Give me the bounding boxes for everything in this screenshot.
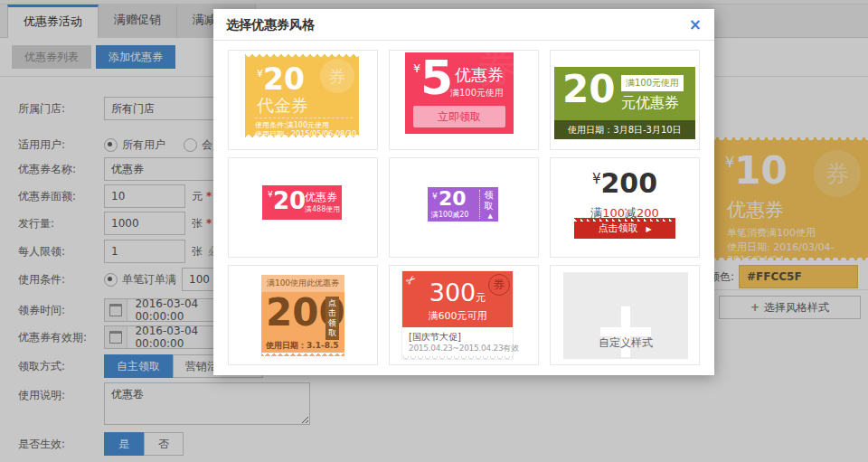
custom-style-label: 自定义样式 [563, 335, 688, 351]
modal-header: 选择优惠券风格 × [213, 9, 714, 41]
serrated-edge [261, 353, 344, 356]
coupon-watermark: 券 [320, 59, 354, 93]
coupon-title: [国庆节大促] [409, 331, 461, 344]
coupon-style-red[interactable]: ✂ 300元 满600元可用 券 [国庆节大促] 2015.04.23~2015… [389, 265, 539, 365]
dotted-separator [479, 190, 480, 219]
pink-coupon: ¥ 5 优惠券 满100元使用 立即领取 券 [405, 52, 514, 134]
orange-coupon: 满100使用此优惠券 200 点击领取 使用日期：3.1-8.5 [261, 275, 344, 356]
coupon-amount: 5 [420, 52, 453, 105]
coupon-style-mini-pink[interactable]: ¥ 20 优惠券 满488使用 [228, 157, 378, 258]
coupon-amount: ¥20 [257, 61, 305, 97]
coupon-amount: ¥200 [551, 167, 699, 199]
coupon-condition: 满488使用 [305, 204, 340, 214]
coupon-style-purple[interactable]: ¥ 20 满100减20 领取 ▲ [389, 157, 539, 258]
coupon-condition: 满600元可用 [402, 309, 513, 323]
serrated-edge [574, 218, 675, 222]
choose-coupon-style-modal: 选择优惠券风格 × ¥20 代金券 使用条件:满100元使用 使用日期：2015… [213, 9, 714, 375]
currency-symbol: ¥ [257, 68, 263, 80]
coupon-style-custom[interactable]: 自定义样式 [550, 265, 700, 365]
coupon-amount: 20 [273, 187, 306, 214]
coupon-watermark: 券 [476, 52, 514, 96]
coupon-style-green[interactable]: 20 满100元使用 元优惠券 使用日期：3月8日-3月10日 [550, 50, 700, 150]
scallop-edge [245, 54, 359, 59]
coupon-style-red-band[interactable]: ¥200 满100减200 点击领取▶ [550, 157, 700, 258]
coupon-name: 代金券 [257, 94, 308, 118]
currency-symbol: ¥ [268, 190, 273, 199]
coupon-style-yellow[interactable]: ¥20 代金券 使用条件:满100元使用 使用日期：2015/05/06-08/… [228, 50, 378, 150]
coupon-name: 优惠券 [305, 190, 337, 205]
red-coupon: ✂ 300元 满600元可用 券 [国庆节大促] 2015.04.23~2015… [401, 270, 514, 360]
coupon-stamp: 券 [488, 274, 510, 296]
coupon-date: 使用日期：2015/05/06-08/30 [255, 130, 353, 139]
modal-title: 选择优惠券风格 [226, 17, 315, 32]
arrow-right-icon: ▶ [646, 225, 651, 233]
coupon-condition: 使用条件:满100元使用 [255, 121, 353, 130]
coupon-style-grid: ¥20 代金券 使用条件:满100元使用 使用日期：2015/05/06-08/… [228, 50, 700, 365]
coupon-condition: 满100减20 [431, 210, 468, 220]
click-to-claim-button[interactable]: 点击领取 [326, 297, 339, 340]
wavy-edge [402, 356, 513, 360]
coupon-condition: 满100元使用 [621, 75, 684, 91]
coupon-info: 使用条件:满100元使用 使用日期：2015/05/06-08/30 [255, 118, 353, 139]
close-icon[interactable]: × [689, 9, 702, 40]
coupon-admin-page: 优惠券活动 满赠促销 满减促销 优惠券列表 添加优惠券 所属门店: 适用用户: … [0, 0, 868, 462]
coupon-name: 元优惠券 [621, 94, 679, 113]
mini-pink-coupon: ¥ 20 优惠券 满488使用 [262, 185, 342, 220]
coupon-amount: 20 [562, 67, 615, 111]
claim-now-button[interactable]: 立即领取 [413, 106, 505, 127]
coupon-style-orange[interactable]: 满100使用此优惠券 200 点击领取 使用日期：3.1-8.5 [228, 265, 378, 365]
coupon-style-pink[interactable]: ¥ 5 优惠券 满100元使用 立即领取 券 [389, 50, 539, 150]
yellow-coupon: ¥20 代金券 使用条件:满100元使用 使用日期：2015/05/06-08/… [245, 54, 359, 137]
claim-button[interactable]: 领取 [483, 190, 495, 212]
coupon-amount: 20 [439, 187, 467, 210]
purple-coupon: ¥ 20 满100减20 领取 ▲ [428, 187, 498, 222]
currency-symbol: ¥ [432, 192, 438, 201]
click-to-claim-label: 点击领取 [598, 222, 637, 234]
click-to-claim-button[interactable]: 点击领取▶ [574, 218, 675, 239]
green-coupon: 20 满100元使用 元优惠券 使用日期：3月8日-3月10日 [554, 67, 695, 139]
arrow-up-icon: ▲ [488, 212, 493, 220]
coupon-date: 使用日期：3.1-8.5 [266, 340, 339, 352]
red-coupon-top: ✂ 300元 满600元可用 券 [402, 271, 513, 327]
custom-style-card: 自定义样式 [563, 272, 688, 359]
coupon-validity: 2015.04.23~2015.04.23有效 [409, 343, 519, 354]
coupon-date: 使用日期：3月8日-3月10日 [554, 120, 695, 139]
